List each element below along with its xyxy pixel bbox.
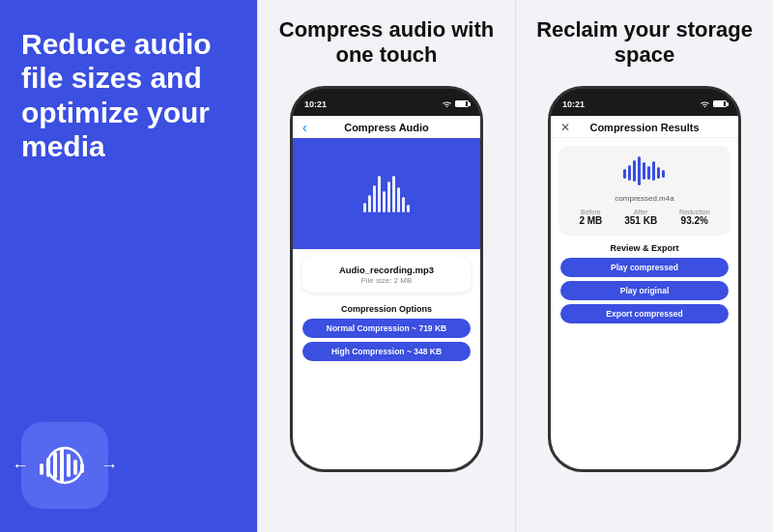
phone-close-icon: ✕ <box>560 121 570 134</box>
wave-bar <box>397 187 400 212</box>
panel-left-headline: Reduce audio file sizes and optimize you… <box>21 27 236 164</box>
phone-status-icons-right <box>700 100 727 108</box>
phone-frame-right: 10:21 ✕ Compression Results <box>548 86 741 472</box>
high-compression-button[interactable]: High Compression ~ 348 KB <box>302 342 471 361</box>
panel-right: Reclaim your storage space 10:21 ✕ Compr… <box>516 0 773 532</box>
phone-file-name: Audio_recording.mp3 <box>314 265 459 275</box>
phone-file-card: Audio_recording.mp3 File size: 2 MB <box>302 257 471 293</box>
wave-bar <box>407 205 410 212</box>
phone-nav-bar-right: ✕ Compression Results <box>551 116 738 138</box>
svg-rect-10 <box>633 160 636 182</box>
audio-wave-display <box>363 174 410 212</box>
reduction-label: Reduction <box>679 209 710 215</box>
svg-rect-9 <box>628 165 631 181</box>
wave-bar <box>387 182 390 212</box>
phone-time-right: 10:21 <box>562 99 585 109</box>
battery-icon-right <box>713 100 727 107</box>
svg-rect-5 <box>73 460 77 475</box>
phone-screen-middle: ‹ Compress Audio Audio_recor <box>293 116 480 469</box>
wifi-icon-right <box>700 100 710 108</box>
app-icon-container: ← → <box>21 422 236 509</box>
wifi-icon <box>442 100 452 108</box>
phone-status-icons <box>442 100 469 108</box>
stat-before: Before 2 MB <box>579 209 602 226</box>
result-card: compressed.m4a Before 2 MB After 351 KB … <box>558 146 730 236</box>
stat-reduction: Reduction 93.2% <box>679 209 710 226</box>
stat-after: After 351 KB <box>624 209 657 226</box>
export-title: Review & Export <box>560 243 729 253</box>
normal-compression-button[interactable]: Normal Compression ~ 719 KB <box>302 319 471 338</box>
wave-bar <box>368 195 371 212</box>
arrow-right-icon: → <box>100 456 118 476</box>
svg-rect-13 <box>647 166 650 180</box>
svg-rect-16 <box>662 170 665 178</box>
arrow-left-icon: ← <box>12 456 29 476</box>
svg-rect-11 <box>638 156 641 185</box>
reduction-value: 93.2% <box>679 215 710 226</box>
phone-nav-bar: ‹ Compress Audio <box>293 116 480 138</box>
export-section: Review & Export Play compressed Play ori… <box>551 239 738 331</box>
panel-middle: Compress audio with one touch 10:21 ‹ Co… <box>257 0 516 532</box>
wave-bar <box>373 185 376 212</box>
panel-right-headline: Reclaim your storage space <box>531 17 758 69</box>
before-label: Before <box>579 209 602 215</box>
after-value: 351 KB <box>624 215 657 226</box>
phone-blue-section <box>293 138 480 249</box>
wave-bar <box>402 197 405 212</box>
panel-left: Reduce audio file sizes and optimize you… <box>0 0 257 532</box>
phone-frame-middle: 10:21 ‹ Compress Audio <box>290 86 483 472</box>
result-filename: compressed.m4a <box>615 194 673 203</box>
wave-bar <box>363 203 366 212</box>
wave-bar <box>392 176 395 212</box>
svg-rect-4 <box>67 454 71 477</box>
result-wave-icon <box>621 155 668 190</box>
svg-rect-2 <box>53 452 57 479</box>
svg-rect-15 <box>657 167 660 179</box>
phone-nav-title-right: Compression Results <box>589 122 699 133</box>
panel-middle-header: Compress audio with one touch <box>258 0 515 82</box>
battery-fill-right <box>714 101 724 106</box>
phone-back-icon: ‹ <box>302 120 307 135</box>
svg-rect-14 <box>652 161 655 181</box>
export-compressed-button[interactable]: Export compressed <box>560 304 729 323</box>
panel-middle-headline: Compress audio with one touch <box>273 17 500 69</box>
svg-rect-3 <box>60 448 64 483</box>
wave-bar <box>383 191 386 212</box>
phone-compression-title: Compression Options <box>302 304 471 314</box>
battery-fill <box>456 101 466 106</box>
result-stats: Before 2 MB After 351 KB Reduction 93.2% <box>568 209 721 226</box>
phone-compression-section: Compression Options Normal Compression ~… <box>293 300 480 369</box>
wave-bar <box>378 176 381 212</box>
play-compressed-button[interactable]: Play compressed <box>560 258 729 277</box>
svg-rect-12 <box>643 162 645 180</box>
phone-file-size: File size: 2 MB <box>314 276 459 285</box>
before-value: 2 MB <box>579 215 602 226</box>
audio-wave-icon <box>38 438 92 492</box>
app-icon: ← → <box>21 422 108 509</box>
phone-screen-right: ✕ Compression Results <box>551 116 738 469</box>
play-original-button[interactable]: Play original <box>560 281 729 300</box>
battery-icon <box>455 100 469 107</box>
panel-right-header: Reclaim your storage space <box>516 0 773 82</box>
svg-rect-0 <box>40 463 43 475</box>
svg-rect-8 <box>623 169 626 179</box>
phone-notch-right <box>616 89 673 102</box>
phone-nav-title: Compress Audio <box>344 122 429 133</box>
phone-time: 10:21 <box>304 99 327 109</box>
phone-notch <box>358 89 415 102</box>
after-label: After <box>624 209 657 215</box>
